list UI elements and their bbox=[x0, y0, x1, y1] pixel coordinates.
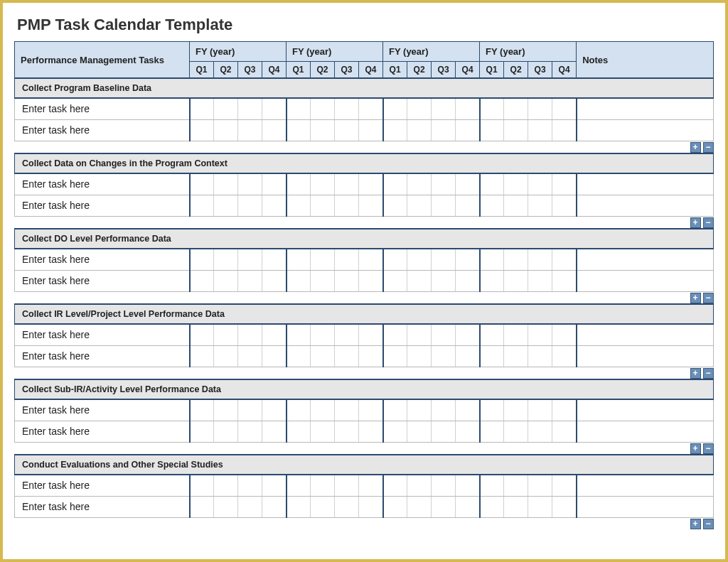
quarter-cell[interactable] bbox=[528, 399, 552, 421]
quarter-cell[interactable] bbox=[456, 421, 480, 442]
quarter-cell[interactable] bbox=[504, 173, 528, 195]
quarter-cell[interactable] bbox=[480, 249, 504, 270]
quarter-cell[interactable] bbox=[480, 475, 504, 496]
quarter-cell[interactable] bbox=[528, 119, 552, 141]
task-name-cell[interactable]: Enter task here bbox=[15, 195, 190, 216]
quarter-cell[interactable] bbox=[359, 249, 383, 270]
quarter-cell[interactable] bbox=[238, 173, 262, 195]
quarter-cell[interactable] bbox=[552, 270, 577, 291]
quarter-cell[interactable] bbox=[504, 421, 528, 442]
quarter-cell[interactable] bbox=[190, 173, 214, 195]
quarter-cell[interactable] bbox=[287, 496, 311, 517]
quarter-cell[interactable] bbox=[287, 475, 311, 496]
quarter-cell[interactable] bbox=[432, 324, 456, 345]
remove-row-button[interactable]: − bbox=[703, 519, 714, 529]
quarter-cell[interactable] bbox=[262, 324, 287, 345]
notes-cell[interactable] bbox=[577, 421, 714, 442]
quarter-cell[interactable] bbox=[480, 195, 504, 216]
quarter-cell[interactable] bbox=[359, 345, 383, 367]
task-name-cell[interactable]: Enter task here bbox=[15, 421, 190, 442]
quarter-cell[interactable] bbox=[528, 421, 552, 442]
quarter-cell[interactable] bbox=[383, 324, 407, 345]
quarter-cell[interactable] bbox=[407, 270, 432, 291]
quarter-cell[interactable] bbox=[311, 98, 335, 119]
task-name-cell[interactable]: Enter task here bbox=[15, 249, 190, 270]
task-name-cell[interactable]: Enter task here bbox=[15, 119, 190, 141]
quarter-cell[interactable] bbox=[190, 119, 214, 141]
quarter-cell[interactable] bbox=[214, 173, 238, 195]
quarter-cell[interactable] bbox=[359, 119, 383, 141]
notes-cell[interactable] bbox=[577, 119, 714, 141]
task-name-cell[interactable]: Enter task here bbox=[15, 345, 190, 367]
quarter-cell[interactable] bbox=[262, 98, 287, 119]
quarter-cell[interactable] bbox=[383, 195, 407, 216]
quarter-cell[interactable] bbox=[214, 98, 238, 119]
quarter-cell[interactable] bbox=[383, 98, 407, 119]
remove-row-button[interactable]: − bbox=[703, 368, 714, 379]
quarter-cell[interactable] bbox=[456, 496, 480, 517]
quarter-cell[interactable] bbox=[432, 421, 456, 442]
quarter-cell[interactable] bbox=[287, 345, 311, 367]
quarter-cell[interactable] bbox=[407, 475, 432, 496]
quarter-cell[interactable] bbox=[190, 270, 214, 291]
quarter-cell[interactable] bbox=[311, 195, 335, 216]
quarter-cell[interactable] bbox=[359, 195, 383, 216]
quarter-cell[interactable] bbox=[214, 345, 238, 367]
notes-cell[interactable] bbox=[577, 324, 714, 345]
quarter-cell[interactable] bbox=[504, 345, 528, 367]
quarter-cell[interactable] bbox=[407, 173, 432, 195]
quarter-cell[interactable] bbox=[383, 475, 407, 496]
quarter-cell[interactable] bbox=[456, 270, 480, 291]
quarter-cell[interactable] bbox=[432, 119, 456, 141]
quarter-cell[interactable] bbox=[480, 421, 504, 442]
quarter-cell[interactable] bbox=[262, 173, 287, 195]
quarter-cell[interactable] bbox=[456, 399, 480, 421]
quarter-cell[interactable] bbox=[504, 249, 528, 270]
quarter-cell[interactable] bbox=[262, 249, 287, 270]
quarter-cell[interactable] bbox=[335, 173, 359, 195]
task-name-cell[interactable]: Enter task here bbox=[15, 475, 190, 496]
quarter-cell[interactable] bbox=[287, 98, 311, 119]
add-row-button[interactable]: + bbox=[690, 142, 701, 153]
quarter-cell[interactable] bbox=[528, 173, 552, 195]
quarter-cell[interactable] bbox=[335, 324, 359, 345]
quarter-cell[interactable] bbox=[383, 496, 407, 517]
quarter-cell[interactable] bbox=[335, 345, 359, 367]
quarter-cell[interactable] bbox=[383, 345, 407, 367]
quarter-cell[interactable] bbox=[190, 345, 214, 367]
notes-cell[interactable] bbox=[577, 345, 714, 367]
task-name-cell[interactable]: Enter task here bbox=[15, 399, 190, 421]
quarter-cell[interactable] bbox=[238, 475, 262, 496]
quarter-cell[interactable] bbox=[456, 119, 480, 141]
quarter-cell[interactable] bbox=[432, 475, 456, 496]
quarter-cell[interactable] bbox=[238, 421, 262, 442]
quarter-cell[interactable] bbox=[214, 421, 238, 442]
quarter-cell[interactable] bbox=[480, 173, 504, 195]
quarter-cell[interactable] bbox=[432, 496, 456, 517]
add-row-button[interactable]: + bbox=[690, 519, 701, 529]
quarter-cell[interactable] bbox=[504, 475, 528, 496]
quarter-cell[interactable] bbox=[359, 270, 383, 291]
quarter-cell[interactable] bbox=[456, 173, 480, 195]
quarter-cell[interactable] bbox=[504, 98, 528, 119]
add-row-button[interactable]: + bbox=[690, 368, 701, 379]
quarter-cell[interactable] bbox=[335, 270, 359, 291]
quarter-cell[interactable] bbox=[383, 173, 407, 195]
quarter-cell[interactable] bbox=[504, 195, 528, 216]
remove-row-button[interactable]: − bbox=[703, 142, 714, 153]
quarter-cell[interactable] bbox=[262, 496, 287, 517]
task-name-cell[interactable]: Enter task here bbox=[15, 324, 190, 345]
quarter-cell[interactable] bbox=[407, 119, 432, 141]
quarter-cell[interactable] bbox=[335, 119, 359, 141]
quarter-cell[interactable] bbox=[190, 98, 214, 119]
notes-cell[interactable] bbox=[577, 496, 714, 517]
quarter-cell[interactable] bbox=[528, 496, 552, 517]
quarter-cell[interactable] bbox=[383, 421, 407, 442]
quarter-cell[interactable] bbox=[407, 324, 432, 345]
quarter-cell[interactable] bbox=[311, 421, 335, 442]
add-row-button[interactable]: + bbox=[690, 293, 701, 303]
quarter-cell[interactable] bbox=[335, 98, 359, 119]
quarter-cell[interactable] bbox=[552, 173, 577, 195]
quarter-cell[interactable] bbox=[480, 324, 504, 345]
quarter-cell[interactable] bbox=[432, 173, 456, 195]
